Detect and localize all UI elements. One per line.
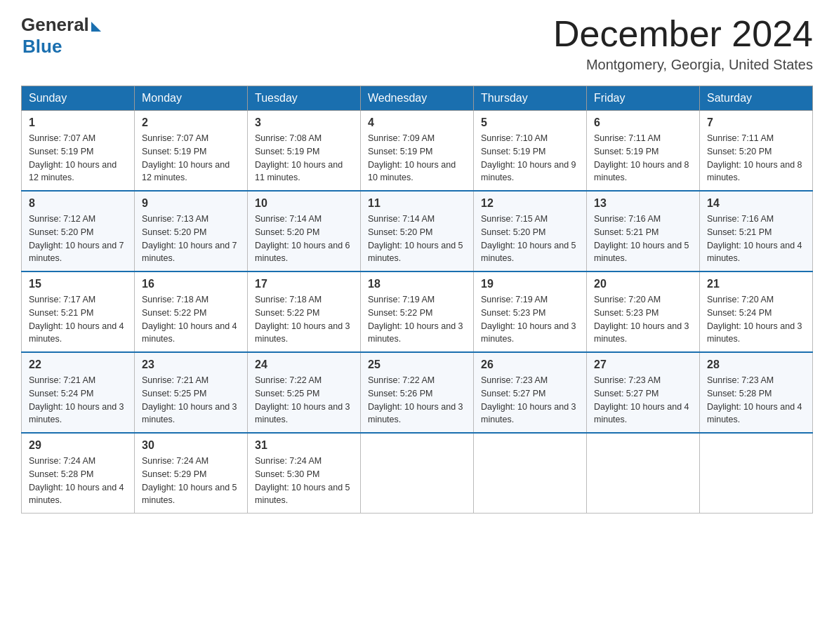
table-row: 3Sunrise: 7:08 AMSunset: 5:19 PMDaylight… [248,111,361,192]
header-wednesday: Wednesday [361,86,474,111]
table-row: 1Sunrise: 7:07 AMSunset: 5:19 PMDaylight… [22,111,135,192]
header-monday: Monday [135,86,248,111]
day-number: 24 [255,358,353,371]
day-number: 23 [142,358,240,371]
day-number: 27 [594,358,692,371]
table-row: 29Sunrise: 7:24 AMSunset: 5:28 PMDayligh… [22,433,135,514]
day-number: 15 [29,278,127,290]
table-row: 21Sunrise: 7:20 AMSunset: 5:24 PMDayligh… [700,271,813,352]
day-info: Sunrise: 7:17 AMSunset: 5:21 PMDaylight:… [29,293,127,346]
day-info: Sunrise: 7:08 AMSunset: 5:19 PMDaylight:… [255,132,353,185]
day-number: 20 [594,278,692,290]
header-saturday: Saturday [700,86,813,111]
table-row: 28Sunrise: 7:23 AMSunset: 5:28 PMDayligh… [700,352,813,433]
page-header: General Blue December 2024 Montgomery, G… [21,14,813,73]
day-info: Sunrise: 7:14 AMSunset: 5:20 PMDaylight:… [255,213,353,265]
day-number: 1 [29,116,127,129]
calendar-table: Sunday Monday Tuesday Wednesday Thursday… [21,86,813,514]
table-row: 25Sunrise: 7:22 AMSunset: 5:26 PMDayligh… [361,352,474,433]
table-row: 20Sunrise: 7:20 AMSunset: 5:23 PMDayligh… [587,271,700,352]
table-row [474,433,587,514]
header-tuesday: Tuesday [248,86,361,111]
day-info: Sunrise: 7:10 AMSunset: 5:19 PMDaylight:… [481,132,579,185]
day-info: Sunrise: 7:24 AMSunset: 5:28 PMDaylight:… [29,455,127,507]
logo-top: General [21,14,101,36]
day-info: Sunrise: 7:21 AMSunset: 5:25 PMDaylight:… [142,374,240,427]
logo: General Blue [21,14,101,58]
table-row: 12Sunrise: 7:15 AMSunset: 5:20 PMDayligh… [474,191,587,271]
day-info: Sunrise: 7:23 AMSunset: 5:28 PMDaylight:… [707,374,805,427]
table-row: 9Sunrise: 7:13 AMSunset: 5:20 PMDaylight… [135,191,248,271]
day-info: Sunrise: 7:12 AMSunset: 5:20 PMDaylight:… [29,213,127,265]
table-row: 30Sunrise: 7:24 AMSunset: 5:29 PMDayligh… [135,433,248,514]
table-row: 19Sunrise: 7:19 AMSunset: 5:23 PMDayligh… [474,271,587,352]
table-row: 14Sunrise: 7:16 AMSunset: 5:21 PMDayligh… [700,191,813,271]
day-info: Sunrise: 7:20 AMSunset: 5:24 PMDaylight:… [707,293,805,346]
day-number: 3 [255,116,353,129]
location-subtitle: Montgomery, Georgia, United States [553,57,813,73]
table-row: 2Sunrise: 7:07 AMSunset: 5:19 PMDaylight… [135,111,248,192]
day-number: 30 [142,439,240,452]
calendar-week-row: 1Sunrise: 7:07 AMSunset: 5:19 PMDaylight… [22,111,813,192]
calendar-week-row: 29Sunrise: 7:24 AMSunset: 5:28 PMDayligh… [22,433,813,514]
day-number: 5 [481,116,579,129]
day-info: Sunrise: 7:15 AMSunset: 5:20 PMDaylight:… [481,213,579,265]
day-info: Sunrise: 7:20 AMSunset: 5:23 PMDaylight:… [594,293,692,346]
day-number: 11 [368,197,466,210]
day-info: Sunrise: 7:16 AMSunset: 5:21 PMDaylight:… [594,213,692,265]
table-row: 5Sunrise: 7:10 AMSunset: 5:19 PMDaylight… [474,111,587,192]
table-row: 4Sunrise: 7:09 AMSunset: 5:19 PMDaylight… [361,111,474,192]
table-row [587,433,700,514]
month-title: December 2024 [553,14,813,54]
table-row [700,433,813,514]
day-info: Sunrise: 7:07 AMSunset: 5:19 PMDaylight:… [142,132,240,185]
day-number: 18 [368,278,466,290]
day-number: 26 [481,358,579,371]
day-number: 13 [594,197,692,210]
table-row: 26Sunrise: 7:23 AMSunset: 5:27 PMDayligh… [474,352,587,433]
day-number: 2 [142,116,240,129]
day-info: Sunrise: 7:24 AMSunset: 5:30 PMDaylight:… [255,455,353,507]
header-sunday: Sunday [22,86,135,111]
day-info: Sunrise: 7:24 AMSunset: 5:29 PMDaylight:… [142,455,240,507]
table-row: 16Sunrise: 7:18 AMSunset: 5:22 PMDayligh… [135,271,248,352]
day-info: Sunrise: 7:11 AMSunset: 5:19 PMDaylight:… [594,132,692,185]
table-row: 7Sunrise: 7:11 AMSunset: 5:20 PMDaylight… [700,111,813,192]
day-info: Sunrise: 7:13 AMSunset: 5:20 PMDaylight:… [142,213,240,265]
calendar-week-row: 22Sunrise: 7:21 AMSunset: 5:24 PMDayligh… [22,352,813,433]
table-row: 6Sunrise: 7:11 AMSunset: 5:19 PMDaylight… [587,111,700,192]
table-row: 23Sunrise: 7:21 AMSunset: 5:25 PMDayligh… [135,352,248,433]
day-number: 16 [142,278,240,290]
day-info: Sunrise: 7:19 AMSunset: 5:22 PMDaylight:… [368,293,466,346]
day-info: Sunrise: 7:11 AMSunset: 5:20 PMDaylight:… [707,132,805,185]
table-row: 11Sunrise: 7:14 AMSunset: 5:20 PMDayligh… [361,191,474,271]
day-info: Sunrise: 7:23 AMSunset: 5:27 PMDaylight:… [481,374,579,427]
day-info: Sunrise: 7:09 AMSunset: 5:19 PMDaylight:… [368,132,466,185]
day-info: Sunrise: 7:19 AMSunset: 5:23 PMDaylight:… [481,293,579,346]
weekday-header-row: Sunday Monday Tuesday Wednesday Thursday… [22,86,813,111]
calendar-week-row: 8Sunrise: 7:12 AMSunset: 5:20 PMDaylight… [22,191,813,271]
table-row: 18Sunrise: 7:19 AMSunset: 5:22 PMDayligh… [361,271,474,352]
table-row: 31Sunrise: 7:24 AMSunset: 5:30 PMDayligh… [248,433,361,514]
day-number: 28 [707,358,805,371]
day-number: 25 [368,358,466,371]
day-number: 22 [29,358,127,371]
header-friday: Friday [587,86,700,111]
day-number: 19 [481,278,579,290]
table-row: 15Sunrise: 7:17 AMSunset: 5:21 PMDayligh… [22,271,135,352]
table-row: 22Sunrise: 7:21 AMSunset: 5:24 PMDayligh… [22,352,135,433]
table-row: 10Sunrise: 7:14 AMSunset: 5:20 PMDayligh… [248,191,361,271]
day-number: 29 [29,439,127,452]
day-number: 9 [142,197,240,210]
day-number: 31 [255,439,353,452]
table-row [361,433,474,514]
day-info: Sunrise: 7:07 AMSunset: 5:19 PMDaylight:… [29,132,127,185]
day-info: Sunrise: 7:23 AMSunset: 5:27 PMDaylight:… [594,374,692,427]
day-number: 17 [255,278,353,290]
day-info: Sunrise: 7:21 AMSunset: 5:24 PMDaylight:… [29,374,127,427]
day-info: Sunrise: 7:18 AMSunset: 5:22 PMDaylight:… [255,293,353,346]
day-number: 7 [707,116,805,129]
day-number: 4 [368,116,466,129]
day-info: Sunrise: 7:22 AMSunset: 5:25 PMDaylight:… [255,374,353,427]
logo-triangle-icon [91,22,101,32]
